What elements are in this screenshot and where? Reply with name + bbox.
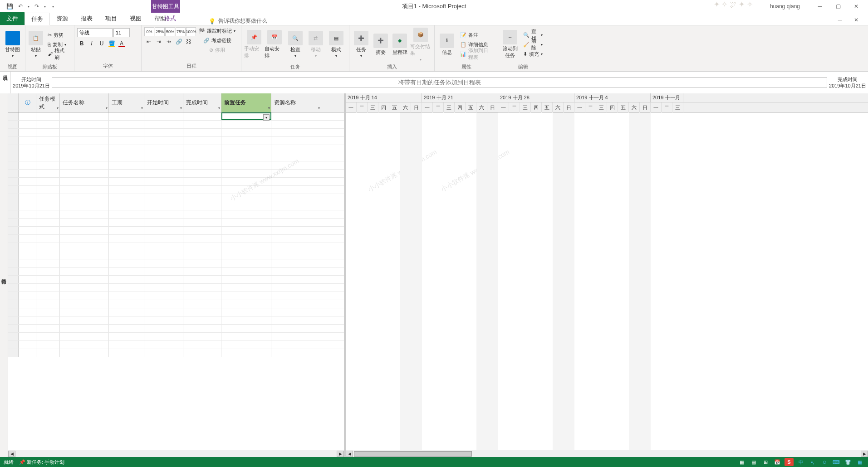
ime-s-icon[interactable]: S (785, 458, 794, 466)
font-size-select[interactable] (113, 28, 130, 37)
table-row[interactable] (8, 268, 344, 276)
timeline-track[interactable]: 将带有日期的任务添加到日程表 (52, 77, 827, 88)
qat-customize-icon[interactable]: ▾ (48, 1, 58, 11)
dropdown-icon[interactable]: ▾ (57, 106, 59, 110)
italic-button[interactable]: I (87, 39, 96, 48)
cell-dropdown-icon[interactable]: ▾ (263, 114, 270, 121)
view-network-icon[interactable]: ⊞ (761, 458, 770, 466)
manual-schedule-button[interactable]: 📌手动安排 (244, 26, 264, 63)
select-all-header[interactable] (8, 93, 19, 112)
table-row[interactable] (8, 300, 344, 308)
table-row[interactable] (8, 121, 344, 129)
scroll-thumb[interactable] (354, 451, 472, 457)
font-color-button[interactable]: A (117, 39, 126, 48)
save-icon[interactable]: 💾 (5, 1, 15, 11)
tab-resource[interactable]: 资源 (50, 12, 74, 25)
table-row[interactable] (8, 170, 344, 178)
clear-button[interactable]: 🧹清除▾ (520, 40, 545, 49)
pct-25[interactable]: 25% (155, 27, 165, 36)
outdent-button[interactable]: ⇤ (144, 37, 153, 46)
table-row[interactable]: ▾ (8, 112, 344, 121)
minimize-icon[interactable]: ─ (813, 1, 827, 11)
underline-button[interactable]: U (97, 39, 106, 48)
mode-button[interactable]: ▤模式▾ (327, 26, 346, 63)
table-row[interactable] (8, 186, 344, 194)
tab-file[interactable]: 文件 (0, 12, 25, 25)
gantt-rows[interactable]: 小小软件迷 www.xxrjm.com 小小软件迷 www.xxrjm.com (346, 112, 868, 450)
col-info[interactable]: ⓘ (19, 93, 36, 112)
col-mode[interactable]: 任务模式▾ (36, 93, 60, 112)
pct-0[interactable]: 0% (144, 27, 154, 36)
tab-report[interactable]: 报表 (74, 12, 99, 25)
dropdown-icon[interactable]: ▾ (141, 106, 143, 110)
table-row[interactable] (8, 259, 344, 268)
table-row[interactable] (8, 341, 344, 349)
view-calendar-icon[interactable]: 📅 (773, 458, 782, 466)
dropdown-icon[interactable]: ▾ (180, 106, 182, 110)
scroll-to-task-button[interactable]: ↔滚动到任务 (501, 26, 520, 63)
ime-grid-icon[interactable]: ▦ (855, 458, 864, 466)
table-row[interactable] (8, 153, 344, 161)
table-row[interactable] (8, 202, 344, 210)
split-button[interactable]: ⇸ (164, 37, 173, 46)
summary-button[interactable]: ➕摘要 (372, 26, 390, 63)
table-row[interactable] (8, 129, 344, 137)
milestone-button[interactable]: ◆里程碑 (391, 26, 409, 63)
sub-minimize-icon[interactable]: ─ (833, 15, 847, 25)
maximize-icon[interactable]: ▢ (831, 1, 845, 11)
cut-button[interactable]: ✂剪切 (45, 30, 71, 39)
notes-button[interactable]: 📝备注 (457, 30, 495, 39)
scroll-right-icon[interactable]: ▶ (861, 451, 868, 457)
link-button[interactable]: 🔗 (174, 37, 183, 46)
view-gantt-icon[interactable]: ▦ (737, 458, 746, 466)
table-row[interactable] (8, 284, 344, 292)
add-timeline-button[interactable]: 📊添加到日程表 (457, 49, 495, 58)
table-row[interactable] (8, 227, 344, 235)
status-new-task[interactable]: 📌 新任务: 手动计划 (19, 459, 64, 466)
gantt-hscroll[interactable]: ◀ ▶ (346, 450, 868, 457)
auto-schedule-button[interactable]: 📅自动安排 (265, 26, 284, 63)
fill-button[interactable]: ⬇填充▾ (520, 49, 545, 58)
redo-icon[interactable]: ↷ (32, 1, 42, 11)
col-resources[interactable]: 资源名称▾ (271, 93, 321, 112)
pct-75[interactable]: 75% (176, 27, 186, 36)
format-painter-button[interactable]: 🖌格式刷 (45, 49, 71, 58)
table-row[interactable] (8, 235, 344, 243)
ime-shirt-icon[interactable]: 👕 (843, 458, 853, 466)
tab-task[interactable]: 任务 (25, 13, 50, 25)
table-row[interactable] (8, 333, 344, 341)
font-name-select[interactable] (77, 28, 113, 37)
undo-icon[interactable]: ↶ (15, 1, 25, 11)
respect-links-button[interactable]: 🔗考虑链接 (201, 36, 234, 45)
dropdown-icon[interactable]: ▾ (268, 106, 270, 110)
inspect-button[interactable]: 🔍检查▾ (285, 26, 305, 63)
table-row[interactable] (8, 161, 344, 170)
dropdown-icon[interactable]: ▾ (218, 106, 220, 110)
col-predecessors[interactable]: 前置任务▾ (221, 93, 271, 112)
ime-keyboard-icon[interactable]: ⌨ (832, 458, 841, 466)
table-row[interactable] (8, 325, 344, 333)
scroll-left-icon[interactable]: ◀ (346, 451, 353, 457)
redo-dropdown-icon[interactable]: ▾ (43, 1, 47, 11)
scroll-right-icon[interactable]: ▶ (337, 451, 344, 457)
pct-50[interactable]: 50% (165, 27, 175, 36)
tell-me-search[interactable]: 💡 告诉我你想要做什么 (209, 17, 267, 25)
table-row[interactable] (8, 145, 344, 153)
fill-color-button[interactable]: 🪣 (107, 39, 116, 48)
table-row[interactable] (8, 251, 344, 259)
table-row[interactable] (8, 210, 344, 219)
col-finish[interactable]: 完成时间▾ (183, 93, 221, 112)
tab-project[interactable]: 项目 (99, 12, 123, 25)
tasks-hscroll[interactable]: ◀ ▶ (8, 450, 344, 457)
unlink-button[interactable]: ⛓ (184, 37, 193, 46)
move-button[interactable]: ⇄移动▾ (306, 26, 325, 63)
table-row[interactable] (8, 243, 344, 251)
table-row[interactable] (8, 316, 344, 325)
tab-view[interactable]: 视图 (123, 12, 148, 25)
table-row[interactable] (8, 349, 344, 357)
col-name[interactable]: 任务名称▾ (60, 93, 109, 112)
view-usage-icon[interactable]: ▤ (749, 458, 758, 466)
dropdown-icon[interactable]: ▾ (318, 106, 320, 110)
scroll-left-icon[interactable]: ◀ (8, 451, 15, 457)
sub-close-icon[interactable]: ✕ (849, 15, 863, 25)
